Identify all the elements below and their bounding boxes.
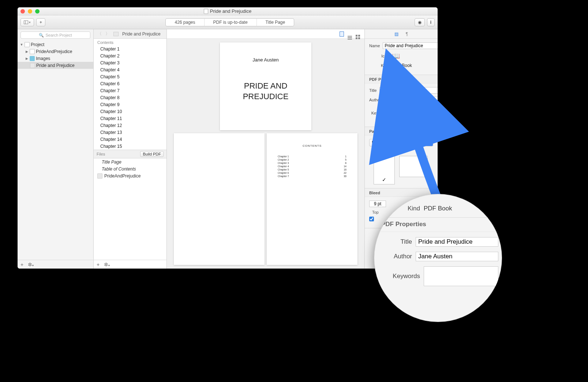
name-field[interactable] [383,42,438,49]
chapter-item[interactable]: Chapter 1 [94,45,166,52]
outline-column: 〈 〉 Pride and Prejudice Contents Chapter… [94,29,167,269]
current-section: Title Page [257,19,294,26]
tree-root[interactable]: ▼Project [18,41,93,48]
book-icon [97,173,102,179]
project-sidebar: 🔍Search Project ▼Project ▶PrideAndPrejud… [18,29,94,269]
preview-pane: Jane Austen PRIDE ANDPREJUDICE CONTENTS … [167,29,364,269]
chapter-item[interactable]: Chapter 9 [94,101,166,108]
nav-forward-button[interactable]: 〉 [105,31,110,37]
add-file-button[interactable]: + [97,262,100,267]
preview-button[interactable]: ◉ [415,18,425,26]
chapter-item[interactable]: Chapter 10 [94,108,166,115]
doc-icon [30,49,35,54]
file-item[interactable]: Title Page [94,158,166,165]
file-item[interactable]: PrideAndPrejudice [94,172,166,179]
add-button[interactable]: + [36,18,45,26]
orientation-portrait[interactable]: ✓ [374,156,395,184]
pdf-status: PDF is up-to-date [205,19,257,26]
page-count: 426 pages [166,19,204,26]
contents-label: Contents [94,39,166,45]
title-field[interactable] [416,237,498,247]
toolbar: ▾ + 426 pages PDF is up-to-date Title Pa… [18,15,438,29]
zoom-callout: KindPDF Book PDF Properties Title Author… [374,194,502,322]
file-item[interactable]: Table of Contents [94,165,166,172]
page-toc: CONTENTS Chapter 11 Chapter 25 Chapter 3… [267,133,357,265]
doc-icon [25,42,30,47]
page-blank [174,133,265,265]
chapter-item[interactable]: Chapter 5 [94,73,166,80]
list-view-icon[interactable] [348,31,353,37]
chapter-item[interactable]: Chapter 7 [94,87,166,94]
chapter-item[interactable]: Chapter 4 [94,66,166,73]
keywords-field[interactable] [424,266,498,286]
title-field[interactable] [379,87,438,94]
page-size-header: Page Size [365,127,438,135]
pdf-properties-header: PDF Properties [365,75,438,83]
chapter-item[interactable]: Chapter 15 [94,143,166,150]
toc-heading: CONTENTS [278,144,347,147]
book-icon [30,63,35,68]
chapter-item[interactable]: Chapter 11 [94,115,166,122]
gear-icon[interactable]: ✲▾ [28,262,34,267]
titlebar: Pride and Prejudice [18,7,438,15]
grid-view-icon[interactable] [356,31,361,37]
info-button[interactable]: i [427,18,435,26]
chapter-item[interactable]: Chapter 2 [94,52,166,59]
tree-item[interactable]: ▶Images [18,55,93,62]
orientation-label: Orientation [369,149,433,154]
files-label: Files [97,152,105,156]
add-item-button[interactable]: + [20,262,23,267]
app-window: Pride and Prejudice ▾ + 426 pages PDF is… [18,7,438,269]
chapter-list: Chapter 1 Chapter 2 Chapter 3 Chapter 4 … [94,45,166,150]
chapter-item[interactable]: Chapter 8 [94,94,166,101]
folder-icon [30,56,35,61]
chapter-item[interactable]: Chapter 13 [94,129,166,136]
tree-item[interactable]: ▶PrideAndPrejudice [18,48,93,55]
chapter-item[interactable]: Chapter 14 [94,136,166,143]
sidebar-toggle-button[interactable]: ▾ [20,18,34,26]
inspector-tab-info[interactable]: ▤ [394,31,398,37]
doc-icon [204,9,208,14]
author-field[interactable] [384,97,438,103]
page-title-page: Jane Austen PRIDE ANDPREJUDICE [220,42,311,130]
author-field[interactable] [416,252,498,261]
kind-value: PDF Book [392,63,433,68]
status-segment: 426 pages PDF is up-to-date Title Page [165,18,294,26]
bleed-checkbox[interactable] [369,217,374,221]
book-icon [113,32,119,36]
breadcrumb: Pride and Prejudice [122,31,161,37]
author-text: Jane Austen [227,57,304,63]
chapter-item[interactable]: Chapter 6 [94,80,166,87]
keywords-field[interactable] [392,106,433,120]
search-icon: 🔍 [39,33,44,38]
bleed-field[interactable] [369,201,386,207]
gear-icon[interactable]: ✲▾ [104,262,110,267]
chapter-item[interactable]: Chapter 3 [94,59,166,66]
page-size-select[interactable]: Blurb 6 x 9 Trade Book [369,139,433,146]
build-pdf-button[interactable]: Build PDF [140,151,164,157]
page-view-icon[interactable] [340,31,345,37]
book-icon: 📖 [392,52,400,60]
inspector-tab-text[interactable]: ¶ [406,31,408,37]
search-input[interactable]: 🔍Search Project [20,31,90,39]
nav-back-button[interactable]: 〈 [97,31,102,37]
chapter-item[interactable]: Chapter 12 [94,122,166,129]
orientation-landscape[interactable] [399,156,428,177]
tree-item-selected[interactable]: Pride and Prejudice [18,62,93,69]
pdf-properties-header: PDF Properties [374,217,502,232]
window-title: Pride and Prejudice [210,8,251,14]
